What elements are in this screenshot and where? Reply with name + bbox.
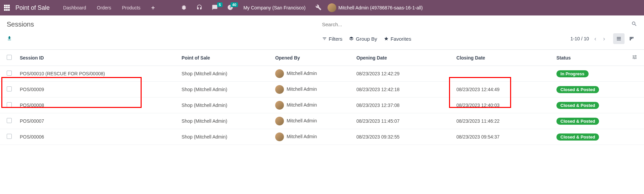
cell-pos: Shop (Mitchell Admin)	[178, 113, 271, 129]
cell-opening-date: 08/23/2023 11:45:07	[352, 113, 452, 129]
select-all-checkbox[interactable]	[7, 55, 12, 60]
optional-fields-icon[interactable]	[632, 54, 637, 60]
topbar: Point of Sale Dashboard Orders Products …	[0, 0, 644, 15]
download-icon[interactable]	[7, 37, 12, 42]
groupby-label: Group By	[356, 36, 377, 42]
row-checkbox[interactable]	[7, 86, 12, 91]
table-header-row: Session ID Point of Sale Opened By Openi…	[0, 50, 644, 66]
company-selector[interactable]: My Company (San Francisco)	[243, 5, 305, 10]
avatar-icon	[275, 132, 284, 141]
th-session-id[interactable]: Session ID	[16, 50, 178, 66]
groupby-button[interactable]: Group By	[349, 36, 377, 42]
cell-opened-by: Mitchell Admin	[271, 98, 352, 113]
nav-products[interactable]: Products	[118, 5, 144, 10]
cell-pos: Shop (Mitchell Admin)	[178, 129, 271, 145]
th-opening-date[interactable]: Opening Date	[352, 50, 452, 66]
table-row[interactable]: POS/00010 (RESCUE FOR POS/00008)Shop (Mi…	[0, 66, 644, 82]
cell-closing-date: 08/23/2023 11:46:22	[452, 113, 552, 129]
avatar-icon	[328, 3, 336, 12]
search-icon[interactable]	[631, 21, 637, 28]
pager-prev-icon[interactable]: ‹	[593, 35, 598, 42]
cell-opening-date: 08/23/2023 09:32:55	[352, 129, 452, 145]
avatar-icon	[275, 101, 284, 110]
th-opened-by[interactable]: Opened By	[271, 50, 352, 66]
cell-pos: Shop (Mitchell Admin)	[178, 98, 271, 113]
cell-pos: Shop (Mitchell Admin)	[178, 66, 271, 82]
pager-next-icon[interactable]: ›	[602, 35, 606, 42]
table-row[interactable]: POS/00009Shop (Mitchell Admin)Mitchell A…	[0, 82, 644, 98]
row-checkbox[interactable]	[7, 134, 12, 139]
cell-pos: Shop (Mitchell Admin)	[178, 82, 271, 98]
th-pos[interactable]: Point of Sale	[178, 50, 271, 66]
cell-closing-date: 08/23/2023 12:44:49	[452, 82, 552, 98]
row-checkbox[interactable]	[7, 102, 12, 107]
messages-icon[interactable]: 5	[208, 4, 221, 11]
pager: 1-10 / 10 ‹ ›	[571, 35, 606, 42]
avatar-icon	[275, 85, 284, 94]
th-closing-date[interactable]: Closing Date	[452, 50, 552, 66]
avatar-icon	[275, 117, 284, 125]
cell-session-id: POS/00008	[16, 98, 178, 113]
cell-opened-by: Mitchell Admin	[271, 113, 352, 129]
cell-closing-date	[452, 66, 552, 82]
table-row[interactable]: POS/00007Shop (Mitchell Admin)Mitchell A…	[0, 113, 644, 129]
row-checkbox[interactable]	[7, 71, 12, 76]
th-status[interactable]: Status	[552, 50, 628, 66]
search-bar[interactable]	[322, 20, 638, 29]
activities-badge: 40	[231, 2, 238, 7]
page-title: Sessions	[7, 21, 322, 28]
messages-badge: 5	[217, 2, 222, 7]
sessions-table: Session ID Point of Sale Opened By Openi…	[0, 50, 644, 145]
nav-dashboard[interactable]: Dashboard	[59, 5, 90, 10]
cell-closing-date: 08/23/2023 09:54:37	[452, 129, 552, 145]
user-name-label: Mitchell Admin (49786876-saas-16-1-all)	[338, 5, 423, 10]
cell-opening-date: 08/23/2023 12:37:08	[352, 98, 452, 113]
favorites-button[interactable]: Favorites	[384, 36, 411, 42]
nav-orders[interactable]: Orders	[93, 5, 115, 10]
apps-icon[interactable]	[4, 5, 10, 11]
debug-icon[interactable]	[178, 4, 190, 11]
kanban-view-button[interactable]	[626, 33, 637, 44]
avatar-icon	[275, 69, 284, 78]
table-row[interactable]: POS/00006Shop (Mitchell Admin)Mitchell A…	[0, 129, 644, 145]
cell-closing-date: 08/23/2023 12:40:03	[452, 98, 552, 113]
table-row[interactable]: POS/00008Shop (Mitchell Admin)Mitchell A…	[0, 98, 644, 113]
app-name[interactable]: Point of Sale	[15, 4, 50, 11]
status-badge: Closed & Posted	[556, 86, 599, 93]
cell-opened-by: Mitchell Admin	[271, 66, 352, 82]
cell-session-id: POS/00007	[16, 113, 178, 129]
filters-label: Filters	[329, 36, 343, 42]
filters-button[interactable]: Filters	[322, 36, 343, 42]
cell-session-id: POS/00010 (RESCUE FOR POS/00008)	[16, 66, 178, 82]
activities-icon[interactable]: 40	[224, 4, 237, 11]
status-badge: Closed & Posted	[556, 102, 599, 109]
user-menu[interactable]: Mitchell Admin (49786876-saas-16-1-all)	[328, 3, 423, 12]
cell-opened-by: Mitchell Admin	[271, 82, 352, 98]
cell-opening-date: 08/23/2023 12:42:18	[352, 82, 452, 98]
row-checkbox[interactable]	[7, 118, 12, 123]
cell-session-id: POS/00006	[16, 129, 178, 145]
add-menu-button[interactable]: +	[147, 4, 159, 11]
search-input[interactable]	[322, 20, 632, 29]
status-badge: Closed & Posted	[556, 118, 599, 125]
list-view-button[interactable]	[613, 33, 625, 44]
control-panel: Sessions Filters Group By Favo	[0, 15, 644, 47]
cell-session-id: POS/00009	[16, 82, 178, 98]
tools-icon[interactable]	[312, 4, 325, 11]
support-icon[interactable]	[193, 4, 206, 11]
favorites-label: Favorites	[391, 36, 411, 42]
pager-text[interactable]: 1-10 / 10	[571, 36, 589, 41]
cell-opening-date: 08/23/2023 12:42:29	[352, 66, 452, 82]
status-badge: Closed & Posted	[556, 133, 599, 141]
status-badge: In Progress	[556, 70, 589, 77]
cell-opened-by: Mitchell Admin	[271, 129, 352, 145]
